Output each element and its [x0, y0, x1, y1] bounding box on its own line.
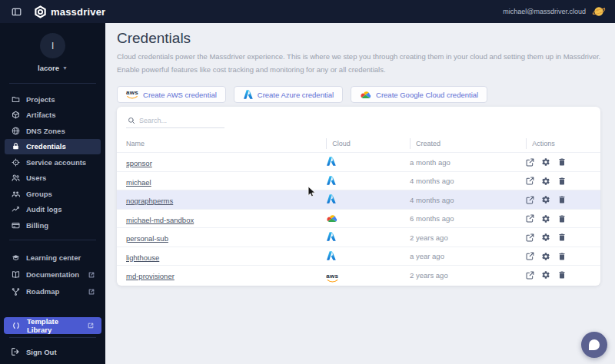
gear-icon[interactable]: [541, 157, 550, 167]
caret-down-icon: ▼: [62, 65, 68, 71]
sidebar-item-dns-zones[interactable]: DNS Zones: [5, 123, 101, 139]
page-description: Cloud credentials power the Massdriver e…: [117, 51, 610, 76]
created-timestamp: 4 months ago: [410, 177, 526, 185]
row-actions: [526, 157, 591, 167]
column-header-actions[interactable]: Actions: [526, 138, 591, 149]
credential-link[interactable]: md-provisioner: [126, 272, 175, 280]
gear-icon[interactable]: [541, 233, 550, 242]
credential-link[interactable]: michael: [126, 178, 151, 187]
sidebar-item-groups[interactable]: Groups: [5, 186, 101, 202]
trash-icon[interactable]: [557, 157, 567, 167]
org-switcher[interactable]: l lacore ▼: [0, 23, 105, 80]
credential-link[interactable]: lighthouse: [126, 253, 159, 262]
create-aws-credential-button[interactable]: aws Create AWS credential: [117, 86, 226, 103]
sign-out-button[interactable]: Sign Out: [5, 345, 101, 360]
gear-icon[interactable]: [541, 177, 550, 186]
sidebar-item-credentials[interactable]: Credentials: [5, 139, 101, 155]
google-cloud-icon: [360, 91, 371, 99]
sidebar-item-label: Users: [26, 174, 46, 182]
massdriver-logo[interactable]: massdriver: [34, 5, 105, 18]
gear-icon[interactable]: [541, 195, 550, 204]
button-label: Create Google Cloud credential: [376, 91, 478, 99]
sidebar-item-label: Documentation: [26, 270, 79, 279]
table-row[interactable]: michael-md-sandbox 6 months ago: [117, 209, 600, 228]
gear-icon[interactable]: [541, 214, 550, 223]
planet-avatar[interactable]: [592, 5, 606, 18]
open-icon[interactable]: [526, 196, 534, 204]
azure-icon: [326, 230, 410, 244]
sidebar-item-learning-center[interactable]: Learning center: [5, 250, 101, 266]
open-icon[interactable]: [526, 233, 534, 242]
credential-link[interactable]: nographperms: [126, 197, 173, 205]
lock-icon: [11, 142, 20, 151]
sidebar-toggle-icon[interactable]: [12, 7, 22, 17]
sidebar-item-audit-logs[interactable]: Audit logs: [5, 202, 101, 218]
column-header-created[interactable]: Created: [410, 138, 526, 149]
open-icon[interactable]: [526, 158, 534, 167]
code-brackets-icon: [12, 321, 21, 330]
column-header-name[interactable]: Name: [126, 140, 326, 147]
sign-out-label: Sign Out: [26, 348, 57, 356]
chat-bubble-icon: [589, 339, 600, 350]
sidebar-item-roadmap[interactable]: Roadmap: [5, 283, 101, 300]
open-icon[interactable]: [526, 271, 534, 280]
create-azure-credential-button[interactable]: Create Azure credential: [234, 86, 343, 103]
credential-link[interactable]: michael-md-sandbox: [126, 216, 194, 224]
azure-icon: [326, 193, 410, 207]
sidebar-item-artifacts[interactable]: Artifacts: [5, 108, 101, 124]
search-input[interactable]: [139, 117, 229, 124]
table-row[interactable]: md-provisioner aws 2 years ago: [117, 265, 600, 284]
row-actions: [526, 252, 591, 261]
brand-name: massdriver: [51, 6, 105, 18]
search-field: [126, 115, 224, 128]
trash-icon[interactable]: [557, 252, 567, 261]
open-icon[interactable]: [526, 214, 534, 223]
button-label: Create AWS credential: [143, 91, 217, 99]
chat-widget-button[interactable]: [581, 332, 607, 358]
create-button-row: aws Create AWS credential Create Azure c…: [117, 86, 615, 103]
open-icon[interactable]: [526, 252, 534, 260]
sidebar-item-label: Billing: [26, 221, 48, 230]
external-link-icon: [88, 323, 94, 329]
folder-icon: [11, 95, 20, 104]
gear-icon[interactable]: [541, 252, 550, 261]
sidebar-item-label: Template Library: [27, 317, 81, 334]
search-icon: [128, 117, 135, 124]
sidebar-item-label: DNS Zones: [26, 127, 65, 135]
sidebar-item-documentation[interactable]: Documentation: [5, 266, 101, 283]
trash-icon[interactable]: [557, 214, 567, 223]
button-label: Create Azure credential: [258, 91, 334, 99]
open-icon[interactable]: [526, 177, 534, 185]
credential-link[interactable]: personal-sub: [126, 234, 168, 243]
top-bar: massdriver michael@massdriver.cloud: [0, 0, 615, 23]
trash-icon[interactable]: [557, 233, 567, 242]
sidebar-item-users[interactable]: Users: [5, 170, 101, 187]
table-row[interactable]: personal-sub 2 years ago: [117, 227, 600, 247]
credential-link[interactable]: sponsor: [126, 159, 152, 167]
users-icon: [11, 174, 20, 182]
target-icon: [11, 158, 20, 167]
sidebar-item-billing[interactable]: Billing: [5, 217, 101, 233]
trash-icon[interactable]: [557, 195, 567, 204]
sidebar-item-template-library[interactable]: Template Library: [4, 317, 101, 334]
table-row[interactable]: nographperms 4 months ago: [117, 190, 600, 209]
roadmap-icon: [11, 287, 20, 296]
table-row[interactable]: sponsor a month ago: [117, 152, 600, 171]
row-actions: [526, 270, 591, 280]
gear-icon[interactable]: [541, 270, 550, 280]
sidebar-item-label: Credentials: [26, 142, 66, 151]
sidebar-item-service-accounts[interactable]: Service accounts: [5, 154, 101, 170]
table-row[interactable]: michael 4 months ago: [117, 171, 600, 190]
sidebar-item-label: Projects: [26, 95, 55, 104]
sidebar-item-projects[interactable]: Projects: [5, 91, 101, 108]
create-google-cloud-credential-button[interactable]: Create Google Cloud credential: [351, 86, 487, 103]
credit-card-icon: [11, 221, 20, 230]
column-header-cloud[interactable]: Cloud: [326, 138, 410, 149]
created-timestamp: 2 years ago: [410, 271, 526, 280]
table-row[interactable]: lighthouse a year ago: [117, 247, 600, 266]
trash-icon[interactable]: [557, 177, 567, 186]
sidebar-item-label: Audit logs: [26, 205, 62, 213]
trash-icon[interactable]: [557, 270, 567, 280]
azure-icon: [326, 155, 410, 169]
table-header: Name Cloud Created Actions: [117, 135, 600, 152]
